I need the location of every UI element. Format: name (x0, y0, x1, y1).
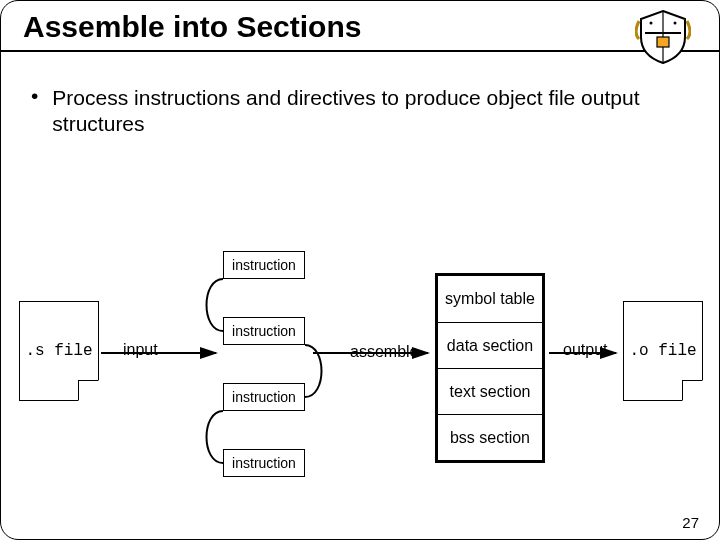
page-number: 27 (682, 514, 699, 531)
output-label: output (563, 341, 607, 359)
slide-title: Assemble into Sections (1, 10, 719, 50)
assemble-label: assemble (350, 343, 418, 361)
slide-frame: Assemble into Sections • Process instruc… (0, 0, 720, 540)
bullet-text: Process instructions and directives to p… (52, 85, 689, 137)
instruction-box-3: instruction (223, 383, 305, 411)
instruction-box-4: instruction (223, 449, 305, 477)
section-text: text section (438, 368, 542, 414)
source-file-box: .s file (19, 301, 99, 401)
object-file-label: .o file (629, 342, 696, 360)
diagram-arrows (1, 231, 720, 511)
diagram: .s file instruction instruction instruct… (1, 231, 720, 491)
object-file-box: .o file (623, 301, 703, 401)
instruction-box-1: instruction (223, 251, 305, 279)
svg-rect-0 (657, 37, 669, 47)
sections-table: symbol table data section text section b… (435, 273, 545, 463)
title-divider (1, 50, 719, 52)
bullet-dot-icon: • (31, 85, 38, 137)
bullet-item: • Process instructions and directives to… (31, 85, 689, 137)
input-label: input (123, 341, 158, 359)
section-symbol-table: symbol table (438, 276, 542, 322)
page-fold-mask (78, 380, 99, 401)
svg-point-2 (674, 22, 677, 25)
source-file-label: .s file (25, 342, 92, 360)
crest-icon (635, 9, 691, 69)
page-fold-mask (682, 380, 703, 401)
title-bar: Assemble into Sections (1, 10, 719, 52)
section-data: data section (438, 322, 542, 368)
svg-point-1 (650, 22, 653, 25)
instruction-box-2: instruction (223, 317, 305, 345)
section-bss: bss section (438, 414, 542, 460)
